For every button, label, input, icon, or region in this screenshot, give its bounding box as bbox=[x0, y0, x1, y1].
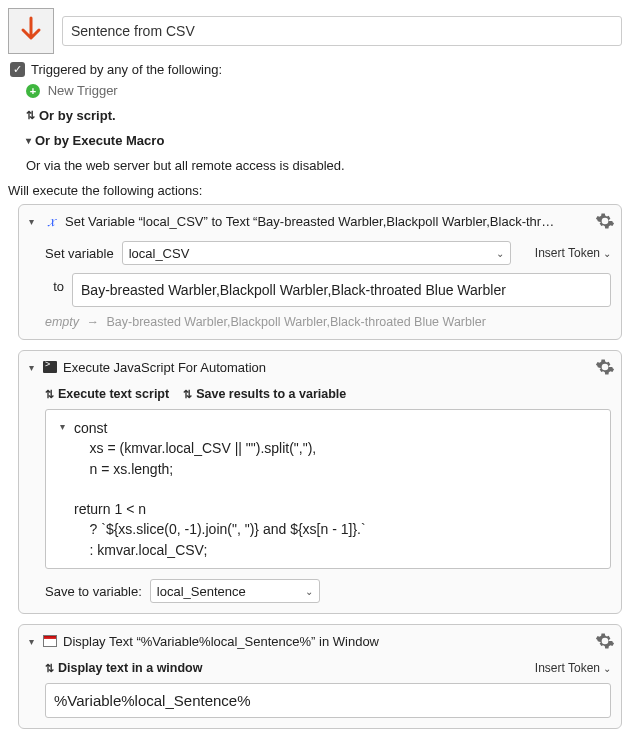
gear-icon[interactable] bbox=[595, 211, 615, 231]
script-code-input[interactable]: ▾ const xs = (kmvar.local_CSV || "").spl… bbox=[45, 409, 611, 569]
new-trigger-row[interactable]: + New Trigger bbox=[26, 83, 622, 98]
gear-icon[interactable] bbox=[595, 357, 615, 377]
chevron-down-icon: ▾ bbox=[25, 362, 37, 373]
chevron-down-icon: ⌄ bbox=[603, 248, 611, 259]
action-header[interactable]: ▾ 𝑥 Set Variable “local_CSV” to Text “Ba… bbox=[19, 205, 621, 237]
or-script-row[interactable]: ⇅ Or by script. bbox=[26, 108, 622, 123]
action-title: Display Text “%Variable%local_Sentence%”… bbox=[63, 634, 589, 649]
or-web-label: Or via the web server but all remote acc… bbox=[26, 158, 622, 173]
macro-name-input[interactable] bbox=[62, 16, 622, 46]
updown-icon: ⇅ bbox=[45, 388, 54, 401]
action-header[interactable]: ▾ Execute JavaScript For Automation bbox=[19, 351, 621, 383]
window-icon bbox=[43, 635, 57, 647]
chevron-down-icon: ▾ bbox=[56, 421, 68, 560]
action-display-text: ▾ Display Text “%Variable%local_Sentence… bbox=[18, 624, 622, 729]
plus-icon: + bbox=[26, 84, 40, 98]
set-variable-label: Set variable bbox=[45, 246, 114, 261]
variable-name-input[interactable]: local_CSV ⌄ bbox=[122, 241, 511, 265]
chevron-down-icon: ▾ bbox=[26, 135, 31, 146]
action-set-variable: ▾ 𝑥 Set Variable “local_CSV” to Text “Ba… bbox=[18, 204, 622, 340]
updown-icon: ⇅ bbox=[45, 662, 54, 675]
gear-icon[interactable] bbox=[595, 631, 615, 651]
insert-token-button[interactable]: Insert Token ⌄ bbox=[535, 246, 611, 260]
save-variable-value: local_Sentence bbox=[157, 584, 246, 599]
insert-token-button[interactable]: Insert Token ⌄ bbox=[535, 661, 611, 675]
save-results-label: Save results to a variable bbox=[196, 387, 346, 401]
execute-actions-label: Will execute the following actions: bbox=[8, 183, 622, 198]
chevron-down-icon: ⌄ bbox=[603, 663, 611, 674]
terminal-icon bbox=[43, 361, 57, 373]
text-value-input[interactable]: Bay-breasted Warbler,Blackpoll Warbler,B… bbox=[72, 273, 611, 307]
new-trigger-label: New Trigger bbox=[48, 83, 118, 98]
action-title: Set Variable “local_CSV” to Text “Bay-br… bbox=[65, 214, 589, 229]
to-label: to bbox=[45, 273, 64, 294]
or-execute-row[interactable]: ▾ Or by Execute Macro bbox=[26, 133, 622, 148]
chevron-down-icon: ▾ bbox=[25, 216, 37, 227]
display-text-label: Display text in a window bbox=[58, 661, 202, 675]
or-script-label: Or by script. bbox=[39, 108, 116, 123]
chevron-down-icon: ⌄ bbox=[305, 586, 313, 597]
preview-before: empty bbox=[45, 315, 79, 329]
action-title: Execute JavaScript For Automation bbox=[63, 360, 589, 375]
insert-token-label: Insert Token bbox=[535, 661, 600, 675]
chevron-down-icon: ▾ bbox=[25, 636, 37, 647]
triggers-label: Triggered by any of the following: bbox=[31, 62, 222, 77]
updown-icon: ⇅ bbox=[26, 109, 35, 122]
display-text-value: %Variable%local_Sentence% bbox=[54, 692, 251, 709]
variable-x-icon: 𝑥 bbox=[43, 212, 59, 230]
arrow-right-icon: → bbox=[87, 315, 100, 329]
insert-token-label: Insert Token bbox=[535, 246, 600, 260]
action-header[interactable]: ▾ Display Text “%Variable%local_Sentence… bbox=[19, 625, 621, 657]
triggers-row: ✓ Triggered by any of the following: bbox=[10, 62, 622, 77]
or-execute-label: Or by Execute Macro bbox=[35, 133, 164, 148]
chevron-down-icon: ⌄ bbox=[496, 248, 504, 259]
action-execute-javascript: ▾ Execute JavaScript For Automation ⇅ Ex… bbox=[18, 350, 622, 614]
display-text-option[interactable]: ⇅ Display text in a window bbox=[45, 661, 202, 675]
save-results-option[interactable]: ⇅ Save results to a variable bbox=[183, 387, 346, 401]
display-text-input[interactable]: %Variable%local_Sentence% bbox=[45, 683, 611, 718]
execute-text-script-label: Execute text script bbox=[58, 387, 169, 401]
macro-icon-box[interactable] bbox=[8, 8, 54, 54]
execute-text-script-option[interactable]: ⇅ Execute text script bbox=[45, 387, 169, 401]
save-to-variable-label: Save to variable: bbox=[45, 584, 142, 599]
preview-row: empty → Bay-breasted Warbler,Blackpoll W… bbox=[45, 315, 611, 329]
text-value: Bay-breasted Warbler,Blackpoll Warbler,B… bbox=[81, 282, 506, 298]
arrow-down-icon bbox=[18, 16, 44, 46]
updown-icon: ⇅ bbox=[183, 388, 192, 401]
variable-name-value: local_CSV bbox=[129, 246, 190, 261]
preview-after: Bay-breasted Warbler,Blackpoll Warbler,B… bbox=[107, 315, 486, 329]
save-variable-select[interactable]: local_Sentence ⌄ bbox=[150, 579, 320, 603]
script-code: const xs = (kmvar.local_CSV || "").split… bbox=[74, 418, 366, 560]
triggers-checkbox[interactable]: ✓ bbox=[10, 62, 25, 77]
macro-header bbox=[8, 8, 622, 54]
